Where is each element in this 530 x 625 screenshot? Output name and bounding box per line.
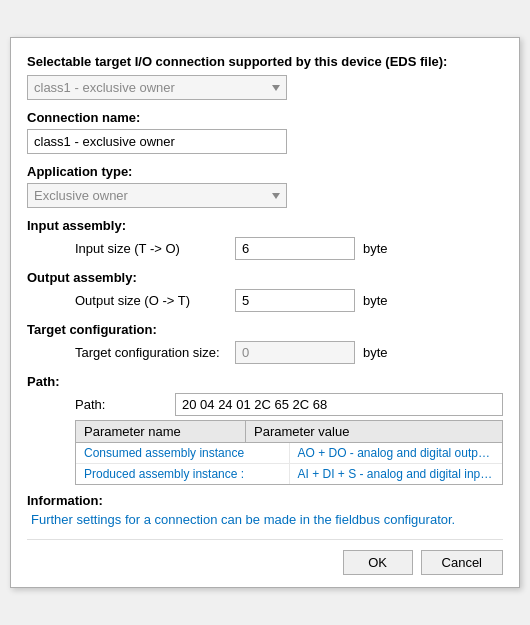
top-selector-value: class1 - exclusive owner xyxy=(34,80,175,95)
top-selector-section: Selectable target I/O connection support… xyxy=(27,54,503,100)
input-assembly-section: Input assembly: Input size (T -> O) byte xyxy=(27,218,503,260)
target-config-size-row: Target configuration size: byte xyxy=(27,341,503,364)
col-param-name: Parameter name xyxy=(76,421,246,442)
target-config-size-input[interactable] xyxy=(235,341,355,364)
connection-name-input[interactable] xyxy=(27,129,287,154)
input-assembly-label: Input assembly: xyxy=(27,218,503,233)
button-row: OK Cancel xyxy=(27,539,503,575)
dropdown-arrow-icon-2 xyxy=(272,193,280,199)
param-value-0: AO + DO - analog and digital output data xyxy=(290,443,503,463)
path-table-area: Parameter name Parameter value Consumed … xyxy=(27,420,503,485)
input-size-label: Input size (T -> O) xyxy=(75,241,235,256)
connection-name-section: Connection name: xyxy=(27,110,503,154)
path-section-label: Path: xyxy=(27,374,503,389)
param-name-1: Produced assembly instance : xyxy=(76,464,290,484)
path-label: Path: xyxy=(75,397,175,412)
table-row: Consumed assembly instance AO + DO - ana… xyxy=(76,443,502,464)
dropdown-arrow-icon xyxy=(272,85,280,91)
information-section: Information: Further settings for a conn… xyxy=(27,493,503,527)
output-size-input[interactable] xyxy=(235,289,355,312)
information-label: Information: xyxy=(27,493,503,508)
application-type-label: Application type: xyxy=(27,164,503,179)
path-row: Path: 20 04 24 01 2C 65 2C 68 xyxy=(27,393,503,416)
application-type-value: Exclusive owner xyxy=(34,188,128,203)
information-text: Further settings for a connection can be… xyxy=(27,512,503,527)
ok-button[interactable]: OK xyxy=(343,550,413,575)
path-table: Parameter name Parameter value Consumed … xyxy=(75,420,503,485)
cancel-button[interactable]: Cancel xyxy=(421,550,503,575)
path-value: 20 04 24 01 2C 65 2C 68 xyxy=(175,393,503,416)
param-value-1: AI + DI + S - analog and digital input d… xyxy=(290,464,503,484)
input-size-row: Input size (T -> O) byte xyxy=(27,237,503,260)
col-param-value: Parameter value xyxy=(246,421,502,442)
top-selector-dropdown[interactable]: class1 - exclusive owner xyxy=(27,75,287,100)
output-assembly-section: Output assembly: Output size (O -> T) by… xyxy=(27,270,503,312)
table-row: Produced assembly instance : AI + DI + S… xyxy=(76,464,502,484)
table-header: Parameter name Parameter value xyxy=(76,421,502,443)
param-name-0: Consumed assembly instance xyxy=(76,443,290,463)
output-size-row: Output size (O -> T) byte xyxy=(27,289,503,312)
target-config-label: Target configuration: xyxy=(27,322,503,337)
connection-name-label: Connection name: xyxy=(27,110,503,125)
application-type-dropdown[interactable]: Exclusive owner xyxy=(27,183,287,208)
path-section: Path: Path: 20 04 24 01 2C 65 2C 68 Para… xyxy=(27,374,503,485)
input-size-input[interactable] xyxy=(235,237,355,260)
application-type-section: Application type: Exclusive owner xyxy=(27,164,503,208)
output-size-unit: byte xyxy=(363,293,388,308)
output-size-label: Output size (O -> T) xyxy=(75,293,235,308)
target-config-size-label: Target configuration size: xyxy=(75,345,235,360)
top-selector-label: Selectable target I/O connection support… xyxy=(27,54,503,69)
input-size-unit: byte xyxy=(363,241,388,256)
target-config-section: Target configuration: Target configurati… xyxy=(27,322,503,364)
dialog: Selectable target I/O connection support… xyxy=(10,37,520,588)
output-assembly-label: Output assembly: xyxy=(27,270,503,285)
target-config-unit: byte xyxy=(363,345,388,360)
